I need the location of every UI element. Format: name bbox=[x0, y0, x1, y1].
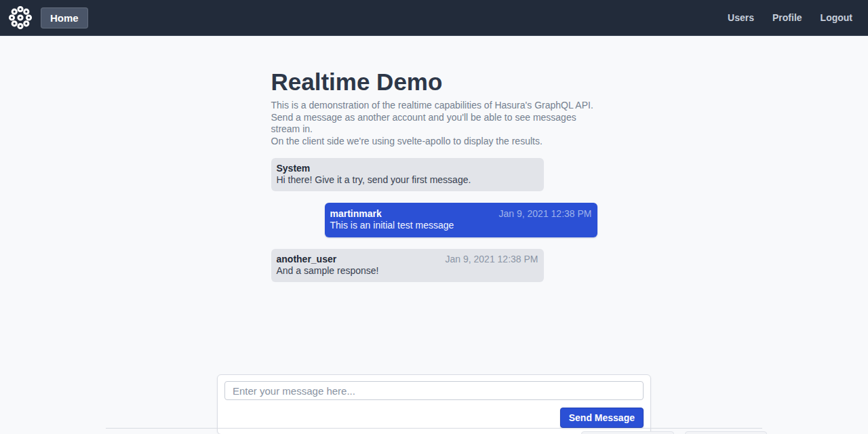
nav-link-logout[interactable]: Logout bbox=[821, 12, 852, 23]
nav-link-profile[interactable]: Profile bbox=[772, 12, 802, 23]
page-description: This is a demonstration of the realtime … bbox=[271, 100, 597, 147]
message-text: This is an initial test message bbox=[330, 220, 592, 231]
message-timestamp: Jan 9, 2021 12:38 PM bbox=[499, 208, 592, 220]
page-description-line: This is a demonstration of the realtime … bbox=[271, 100, 597, 112]
message-bubble-system: System Hi there! Give it a try, send you… bbox=[271, 158, 544, 191]
message-input[interactable] bbox=[224, 381, 644, 400]
navbar: Home Users Profile Logout bbox=[0, 0, 868, 36]
message-list: System Hi there! Give it a try, send you… bbox=[271, 158, 597, 282]
nav-home-button[interactable]: Home bbox=[41, 7, 88, 28]
message-author: another_user bbox=[277, 254, 337, 265]
brand-logo-icon[interactable] bbox=[8, 5, 33, 30]
message-author: System bbox=[277, 163, 311, 174]
partial-button-right[interactable] bbox=[685, 431, 767, 434]
nav-link-users[interactable]: Users bbox=[728, 12, 754, 23]
message-timestamp: Jan 9, 2021 12:38 PM bbox=[446, 254, 538, 265]
message-author: martinmark bbox=[330, 208, 382, 220]
message-bubble-own: martinmark Jan 9, 2021 12:38 PM This is … bbox=[325, 203, 597, 237]
message-bubble-other: another_user Jan 9, 2021 12:38 PM And a … bbox=[271, 249, 544, 282]
nav-links: Users Profile Logout bbox=[728, 12, 852, 23]
page-description-line: On the client side we're using svelte-ap… bbox=[271, 136, 597, 148]
send-message-button[interactable]: Send Message bbox=[560, 408, 644, 428]
message-composer: Send Message bbox=[217, 374, 651, 434]
message-text: And a sample response! bbox=[277, 265, 538, 277]
footer-divider bbox=[106, 428, 762, 429]
page-title: Realtime Demo bbox=[271, 68, 597, 96]
page-description-line: Send a message as another account and yo… bbox=[271, 112, 597, 136]
partial-button-left[interactable] bbox=[581, 431, 674, 434]
main-content: Realtime Demo This is a demonstration of… bbox=[0, 68, 868, 434]
message-text: Hi there! Give it a try, send your first… bbox=[277, 174, 538, 186]
